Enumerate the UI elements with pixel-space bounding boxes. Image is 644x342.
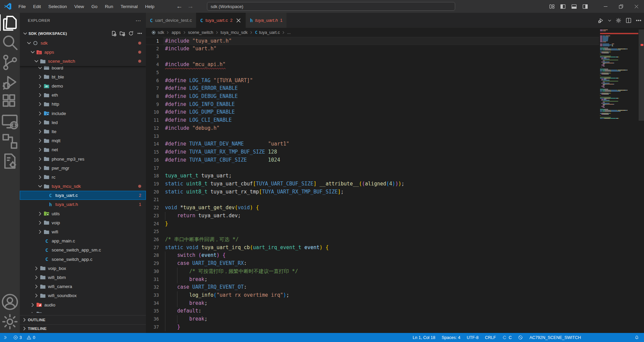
tree-item-voip[interactable]: voip [20,218,146,227]
line-number[interactable]: 7 [146,84,159,93]
tree-item-utils[interactable]: utils [20,209,146,218]
breadcrumb-item-tuya_uart.c[interactable]: Ctuya_uart.c [248,30,280,35]
menu-edit[interactable]: Edit [30,4,45,9]
line-number[interactable]: 24 [146,220,159,228]
tree-item-phone_mp3_res[interactable]: phone_mp3_res [20,154,146,163]
code-line-8[interactable]: 8#define LOG_DEBUG_ENABLE [146,93,599,101]
tree-item-demo[interactable]: demo [20,81,146,91]
line-number[interactable]: 14 [146,140,159,148]
tree-item-http[interactable]: http [20,100,146,109]
tree-item-scene_switch[interactable]: scene_switch [20,57,146,66]
line-number[interactable]: 34 [146,299,159,307]
code-line-35[interactable]: 35 default: [146,307,599,315]
activitybar-hierarchy[interactable] [0,131,20,151]
code-line-31[interactable]: 31 break; [146,276,599,284]
code-line-30[interactable]: 30 /* 可按需打印，频繁中断时不建议一直打印 */ [146,268,599,276]
menu-view[interactable]: View [71,4,88,9]
line-number[interactable]: 37 [146,323,159,331]
line-number[interactable]: 35 [146,307,159,315]
tree-item-tuya_mcu_sdk[interactable]: tuya_mcu_sdk [20,182,146,191]
code-line-29[interactable]: 29 case UART_IRQ_EVENT_RX: [146,260,599,268]
tree-item-scene_switch_app.c[interactable]: Cscene_switch_app.c [20,255,146,264]
status-ac792n-scene-switch[interactable]: AC792N_SCENE_SWITCH [529,335,581,340]
tree-item-app_main.c[interactable]: Capp_main.c [20,236,146,245]
code-line-25[interactable]: 25 [146,228,599,236]
line-number[interactable]: 3 [146,53,159,61]
tree-item-wifi_bbm[interactable]: wifi_bbm [20,273,146,282]
nav-forward-icon[interactable]: → [187,3,194,10]
line-number[interactable]: 30 [146,268,159,276]
code-line-11[interactable]: 11#define LOG_CLI_ENABLE [146,116,599,124]
code-line-12[interactable]: 12#include "debug.h" [146,124,599,132]
code-line-26[interactable]: 26/* 串口中断事件回调，可选 */ [146,236,599,244]
line-number[interactable]: 29 [146,260,159,268]
code-line-28[interactable]: 28 switch (event) { [146,251,599,260]
line-number[interactable]: 8 [146,93,159,101]
code-line-10[interactable]: 10#define LOG_DUMP_ENABLE [146,108,599,116]
tab-uart_device_test.c[interactable]: Cuart_device_test.c [146,13,196,28]
line-number[interactable]: 6 [146,77,159,85]
line-number[interactable]: 11 [146,116,159,124]
line-number[interactable]: 16 [146,156,159,164]
refresh-button[interactable] [128,31,134,36]
tree-item-wifi[interactable]: wifi [20,227,146,236]
new-file-button[interactable] [111,31,116,36]
minimize-button[interactable] [598,0,613,13]
tree-item-voip_box[interactable]: voip_box [20,264,146,273]
breadcrumb-item-sdk[interactable]: sdk [151,30,164,35]
activitybar-explorer[interactable] [0,13,20,33]
line-number[interactable]: 9 [146,101,159,109]
code-line-23[interactable]: 23 return tuya_uart.dev; [146,212,599,220]
tree-item-audio[interactable]: audio [20,300,146,309]
tree-item-wifi_camera[interactable]: wifi_camera [20,282,146,291]
code-line-37[interactable]: 37 } [146,323,599,331]
tree-item-net[interactable]: net [20,145,146,154]
tree-item-tuya_uart.c[interactable]: Ctuya_uart.c2 [20,191,146,200]
tree-item-pwr_mgr[interactable]: pwr_mgr [20,164,146,173]
tab-tuya_uart.c[interactable]: Ctuya_uart.c2 [196,13,246,28]
code-editor[interactable]: 1#include "tuya_uart.h"2#include "uart.h… [146,37,599,333]
activitybar-extensions[interactable] [0,92,20,112]
code-line-15[interactable]: 15#define TUYA_UART_RX_TMP_BUF_SIZE 128 [146,148,599,156]
line-number[interactable]: 25 [146,228,159,236]
code-line-2[interactable]: 2#include "uart.h" [146,45,599,53]
chevron-down-button[interactable] [607,18,612,22]
command-center-search[interactable]: sdk (Workspace) [207,2,455,11]
tree-item-led[interactable]: led [20,118,146,127]
line-number[interactable]: 4 [146,61,159,69]
code-line-24[interactable]: 24} [146,220,599,228]
code-line-21[interactable]: 21 [146,196,599,204]
tree-item-lte[interactable]: lte [20,127,146,136]
line-number[interactable]: 28 [146,251,159,260]
code-line-19[interactable]: 19static uint8_t tuya_uart_cbuf[TUYA_UAR… [146,180,599,188]
code-line-6[interactable]: 6#define LOG_TAG "[TUYA_UART]" [146,77,599,85]
customize-layout-icon[interactable] [549,3,555,10]
status-remote[interactable] [3,335,8,340]
code-line-3[interactable]: 3 [146,53,599,61]
tree-item-wifi_soundbox[interactable]: wifi_soundbox [20,291,146,300]
tree-item-sdk[interactable]: sdk [20,39,146,48]
menu-selection[interactable]: Selection [45,4,71,9]
line-number[interactable]: 10 [146,108,159,116]
split-editor-button[interactable] [625,17,632,24]
close-tab-icon[interactable] [235,17,241,23]
status-blocked[interactable] [518,335,523,340]
code-line-16[interactable]: 16#define TUYA_UART_CBUF_SIZE 1024 [146,156,599,164]
new-folder-button[interactable] [119,31,125,36]
activitybar-search[interactable] [0,33,20,52]
more-button[interactable] [635,17,642,24]
menu-go[interactable]: Go [88,4,101,9]
line-number[interactable]: 15 [146,148,159,156]
line-number[interactable]: 23 [146,212,159,220]
line-number[interactable]: 22 [146,204,159,212]
activitybar-cpp-properties[interactable] [0,151,20,171]
code-line-7[interactable]: 7#define LOG_ERROR_ENABLE [146,84,599,93]
code-line-13[interactable]: 13 [146,132,599,140]
status-ln-1-col-18[interactable]: Ln 1, Col 18 [413,335,435,340]
code-line-33[interactable]: 33 log_info("uart rx overtime irq"); [146,291,599,299]
panel-outline[interactable]: OUTLINE [20,315,146,324]
tree-item-include[interactable]: include [20,109,146,118]
gear-button[interactable] [615,17,622,24]
menu-run[interactable]: Run [101,4,117,9]
code-line-14[interactable]: 14#define TUYA_UART_DEV_NAME "uart1" [146,140,599,148]
